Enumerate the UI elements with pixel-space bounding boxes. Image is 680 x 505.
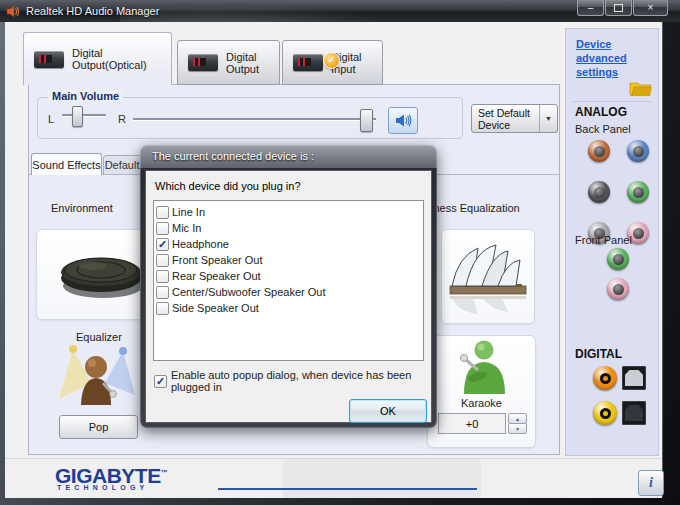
balance-slider[interactable] xyxy=(62,103,106,128)
room-correction-preview[interactable] xyxy=(441,229,535,324)
digital-heading: DIGITAL xyxy=(575,347,622,361)
main-volume-slider[interactable] xyxy=(133,107,376,132)
tab-digital-output[interactable]: Digital Output xyxy=(177,40,280,85)
device-option-side-speaker-out[interactable]: Side Speaker Out xyxy=(156,300,421,316)
set-default-device-button[interactable]: Set Default Device ▼ xyxy=(471,104,558,133)
tab-sound-effects[interactable]: Sound Effects xyxy=(31,153,102,175)
close-icon: × xyxy=(648,3,654,13)
preset-label: Pop xyxy=(89,421,109,433)
main-volume-track xyxy=(133,118,376,121)
window-title: Realtek HD Audio Manager xyxy=(26,5,159,17)
device-option-label: Line In xyxy=(172,206,205,218)
device-option-line-in[interactable]: Line In xyxy=(156,204,421,220)
auto-popup-checkbox[interactable]: ✓ xyxy=(154,375,167,388)
checkbox-icon[interactable] xyxy=(156,270,169,283)
front-jack-pink[interactable] xyxy=(607,278,629,300)
jack-hole xyxy=(633,187,644,198)
app-speaker-icon xyxy=(6,5,20,18)
trademark: ™ xyxy=(161,469,168,476)
back-jack-orange[interactable] xyxy=(588,140,610,162)
info-icon: i xyxy=(649,475,653,491)
spdif-orange xyxy=(593,366,646,390)
folder-icon[interactable] xyxy=(629,79,653,98)
tab-label: Digital Output(Optical) xyxy=(72,47,171,71)
connected-check-badge-icon: ✓ xyxy=(323,52,340,69)
device-option-mic-in[interactable]: Mic In xyxy=(156,220,421,236)
device-advanced-settings-link[interactable]: Device advanced settings xyxy=(576,37,654,79)
spdif-orange-optical-icon[interactable] xyxy=(622,366,646,390)
device-box-icon xyxy=(34,51,64,68)
set-default-dropdown[interactable]: ▼ xyxy=(539,105,557,132)
environment-label: Environment xyxy=(51,202,113,214)
device-option-front-speaker-out[interactable]: Front Speaker Out xyxy=(156,252,421,268)
front-panel-label: Front Panel xyxy=(575,234,632,246)
spdif-orange-rca-icon[interactable] xyxy=(593,366,617,390)
spdif-yellow xyxy=(593,401,646,425)
jack-hole xyxy=(633,146,644,157)
tab-digital-input[interactable]: ✓ Digital Input xyxy=(282,40,383,85)
back-jack-green[interactable] xyxy=(627,181,649,203)
set-default-line2: Device xyxy=(478,119,539,131)
karaoke-singer-image xyxy=(448,338,514,396)
checkbox-icon[interactable] xyxy=(156,222,169,235)
device-box-icon: ✓ xyxy=(293,54,323,71)
device-option-center-subwoofer-speaker-out[interactable]: Center/Subwoofer Speaker Out xyxy=(156,284,421,300)
up-arrow-icon: ▲ xyxy=(515,416,520,422)
main-volume-title: Main Volume xyxy=(48,90,123,102)
set-default-line1: Set Default xyxy=(478,107,539,119)
back-panel-label: Back Panel xyxy=(575,123,631,135)
footer-watermark xyxy=(283,459,481,498)
dialog-title: The current connected device is : xyxy=(152,150,314,162)
tab-digital-output-optical[interactable]: Digital Output(Optical) xyxy=(23,32,172,85)
jack-hole xyxy=(633,228,644,239)
subtab-label: Sound Effects xyxy=(32,159,100,171)
speaker-icon xyxy=(395,113,412,128)
down-arrow-icon: ▼ xyxy=(515,426,520,432)
gigabyte-logo: GIGABYTE™ xyxy=(55,462,167,486)
checkbox-icon[interactable]: ✓ xyxy=(156,238,169,251)
spdif-yellow-optical-icon[interactable] xyxy=(622,401,646,425)
device-option-label: Mic In xyxy=(172,222,201,234)
maximize-button[interactable] xyxy=(605,0,632,16)
ok-button[interactable]: OK xyxy=(349,399,427,423)
window-controls: – × xyxy=(576,0,668,16)
equalizer-label: Equalizer xyxy=(76,331,122,343)
info-button[interactable]: i xyxy=(638,470,664,496)
equalizer-preset-button[interactable]: Pop xyxy=(59,415,138,439)
chevron-down-icon: ▼ xyxy=(545,115,552,122)
checkbox-icon[interactable] xyxy=(156,254,169,267)
device-option-rear-speaker-out[interactable]: Rear Speaker Out xyxy=(156,268,421,284)
panel-divider xyxy=(572,101,652,102)
balance-right-label: R xyxy=(118,113,126,125)
device-option-label: Rear Speaker Out xyxy=(172,270,261,282)
balance-thumb[interactable] xyxy=(72,106,83,127)
connector-panel: Device advanced settings ANALOG Back Pan… xyxy=(565,28,659,456)
tab-label: Digital Output xyxy=(226,51,279,75)
main-volume-thumb[interactable] xyxy=(360,109,373,132)
checkbox-icon[interactable] xyxy=(156,302,169,315)
balance-left-label: L xyxy=(48,113,54,125)
karaoke-key-control: +0 ▲ ▼ xyxy=(438,413,525,434)
minimize-icon: – xyxy=(588,3,594,13)
back-jack-black[interactable] xyxy=(588,181,610,203)
ok-label: OK xyxy=(380,405,396,417)
auto-popup-option[interactable]: ✓ Enable auto popup dialog, when device … xyxy=(154,369,431,393)
karaoke-label: Karaoke xyxy=(428,397,535,409)
checkbox-icon[interactable] xyxy=(156,206,169,219)
jack-hole xyxy=(613,284,624,295)
footer-bar: GIGABYTE™ TECHNOLOGY i xyxy=(5,458,662,498)
mute-button[interactable] xyxy=(388,107,418,134)
spdif-yellow-rca-icon[interactable] xyxy=(593,401,617,425)
checkbox-icon[interactable] xyxy=(156,286,169,299)
front-jack-green[interactable] xyxy=(607,248,629,270)
device-option-label: Front Speaker Out xyxy=(172,254,263,266)
back-jack-blue[interactable] xyxy=(627,140,649,162)
minimize-button[interactable]: – xyxy=(577,0,604,16)
window-titlebar: Realtek HD Audio Manager – × xyxy=(0,0,680,22)
karaoke-key-down-button[interactable]: ▼ xyxy=(508,423,527,434)
connected-device-dialog: The current connected device is : Which … xyxy=(140,145,437,428)
device-option-label: Side Speaker Out xyxy=(172,302,259,314)
close-button[interactable]: × xyxy=(633,0,668,16)
karaoke-key-value: +0 xyxy=(438,413,506,434)
device-option-headphone[interactable]: ✓Headphone xyxy=(156,236,421,252)
